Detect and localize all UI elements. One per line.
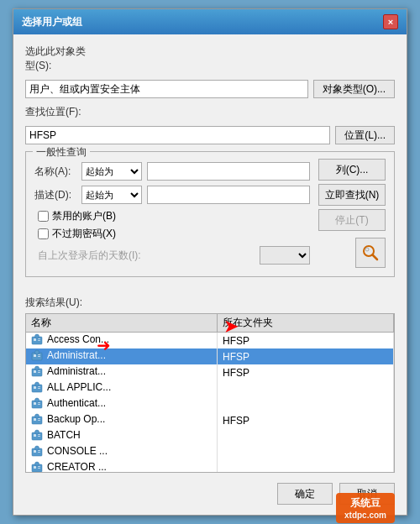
svg-rect-12 (38, 356, 40, 357)
table-row[interactable]: Access Con... HFSP (26, 333, 394, 349)
watermark-line2: xtdpc.com (344, 511, 386, 520)
location-input[interactable] (25, 126, 330, 144)
svg-rect-47 (38, 468, 40, 469)
desc-search-label: 描述(D): (34, 188, 81, 202)
right-buttons: 列(C)... 立即查找(N) 停止(T) (318, 159, 386, 268)
table-cell-folder (218, 444, 394, 460)
results-table[interactable]: 名称 所在文件夹 Access Con... HFSP Administr (25, 313, 395, 473)
svg-rect-41 (38, 450, 40, 451)
col-button[interactable]: 列(C)... (318, 159, 386, 181)
results-data-table: 名称 所在文件夹 Access Con... HFSP Administr (26, 314, 394, 473)
svg-point-9 (35, 350, 39, 354)
title-bar-buttons: × (383, 14, 398, 29)
table-cell-folder (218, 396, 394, 412)
table-row[interactable]: Authenticat... (26, 396, 394, 412)
svg-point-24 (35, 398, 39, 402)
svg-rect-17 (38, 372, 40, 373)
svg-rect-10 (34, 354, 36, 357)
object-type-input-row: 对象类型(O)... (25, 80, 395, 98)
svg-rect-25 (34, 402, 36, 405)
object-type-input[interactable] (25, 80, 308, 98)
svg-rect-26 (38, 402, 40, 403)
svg-rect-27 (38, 404, 40, 405)
close-button[interactable]: × (383, 14, 398, 29)
svg-rect-6 (38, 338, 40, 339)
svg-rect-46 (38, 466, 40, 467)
svg-rect-32 (38, 420, 40, 421)
results-wrapper: 名称 所在文件夹 Access Con... HFSP Administr (25, 313, 395, 473)
svg-point-19 (35, 382, 39, 386)
general-query-group: 一般性查询 名称(A): 起始为 描述(D): 起 (25, 151, 395, 277)
svg-rect-16 (38, 370, 40, 371)
desc-search-value[interactable] (147, 186, 310, 204)
no-expiry-checkbox[interactable] (38, 228, 49, 239)
days-label: 自上次登录后的天数(I): (38, 249, 260, 263)
table-header-row: 名称 所在文件夹 (26, 314, 394, 333)
col-name-header: 名称 (26, 314, 218, 333)
location-input-row: 位置(L)... (25, 126, 395, 144)
table-cell-name: ALL APPLIC... (26, 380, 218, 396)
days-row: 自上次登录后的天数(I): (34, 246, 310, 265)
table-cell-folder (218, 380, 394, 396)
location-label-row: 查找位置(F): (25, 105, 395, 119)
svg-point-29 (35, 414, 39, 418)
object-type-row: 选此此对象类型(S): (25, 45, 395, 73)
table-cell-name: Administrat... (26, 364, 218, 380)
table-cell-name: CREATOR ... (26, 460, 218, 473)
group-left: 名称(A): 起始为 描述(D): 起始为 (34, 159, 310, 265)
svg-point-44 (35, 462, 39, 466)
bottom-buttons: 确定 取消 系统豆 xtdpc.com (13, 476, 407, 515)
title-bar: 选择用户或组 × (13, 9, 407, 34)
find-now-button[interactable]: 立即查找(N) (318, 184, 386, 206)
svg-point-34 (35, 430, 39, 434)
svg-rect-30 (34, 418, 36, 421)
table-cell-folder (218, 460, 394, 473)
disabled-accounts-checkbox[interactable] (38, 211, 49, 222)
dialog-body: 选此此对象类型(S): 对象类型(O)... 查找位置(F): 位置(L)...… (13, 34, 407, 296)
table-cell-folder: HFSP (218, 412, 394, 428)
name-search-value[interactable] (147, 162, 310, 181)
location-label: 查找位置(F): (25, 105, 92, 119)
table-row[interactable]: CREATOR ... (26, 460, 394, 473)
table-row[interactable]: Backup Op... HFSP (26, 412, 394, 428)
table-row[interactable]: BATCH (26, 428, 394, 444)
location-button[interactable]: 位置(L)... (335, 126, 395, 144)
watermark: 系统豆 xtdpc.com (336, 493, 395, 523)
table-row[interactable]: CONSOLE ... (26, 444, 394, 460)
svg-point-14 (35, 366, 39, 370)
svg-rect-40 (34, 450, 36, 453)
table-cell-folder: HFSP (218, 364, 394, 380)
table-row[interactable]: ALL APPLIC... (26, 380, 394, 396)
magnifier-icon (361, 244, 380, 262)
table-cell-name: CONSOLE ... (26, 444, 218, 460)
svg-rect-31 (38, 418, 40, 419)
search-icon-button[interactable] (355, 238, 386, 268)
svg-rect-22 (38, 388, 40, 389)
svg-rect-15 (34, 370, 36, 373)
table-row[interactable]: Administrat... HFSP (26, 364, 394, 380)
svg-rect-42 (38, 452, 40, 453)
name-search-label: 名称(A): (34, 165, 81, 179)
stop-button[interactable]: 停止(T) (318, 209, 386, 231)
object-type-button[interactable]: 对象类型(O)... (313, 80, 395, 98)
ok-button[interactable]: 确定 (277, 483, 333, 505)
dialog-title: 选择用户或组 (22, 15, 82, 29)
table-cell-folder (218, 428, 394, 444)
svg-rect-21 (38, 386, 40, 387)
svg-rect-45 (34, 466, 36, 469)
days-select[interactable] (260, 246, 310, 265)
name-search-select[interactable]: 起始为 (81, 162, 142, 181)
table-cell-folder: HFSP (218, 333, 394, 349)
table-cell-name: BATCH (26, 428, 218, 444)
col-folder-header: 所在文件夹 (218, 314, 394, 333)
results-label: 搜索结果(U): (25, 296, 395, 310)
svg-point-2 (365, 248, 369, 251)
desc-search-select[interactable]: 起始为 (81, 186, 142, 204)
table-row[interactable]: Administrat... HFSP (26, 348, 394, 364)
svg-rect-35 (34, 434, 36, 437)
object-type-label: 选此此对象类型(S): (25, 45, 92, 73)
svg-rect-36 (38, 434, 40, 435)
desc-search-row: 描述(D): 起始为 (34, 186, 310, 204)
svg-point-4 (35, 334, 39, 338)
name-search-row: 名称(A): 起始为 (34, 162, 310, 181)
